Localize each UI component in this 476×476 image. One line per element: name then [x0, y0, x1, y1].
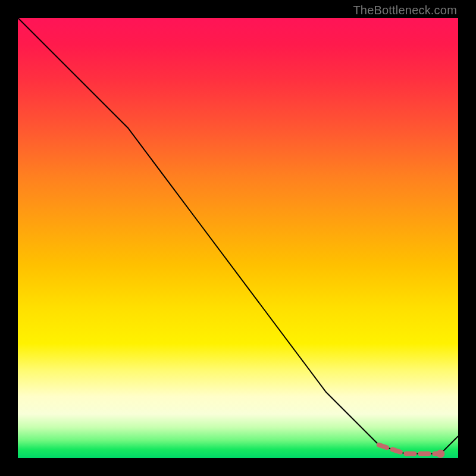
bottleneck-line-chart: [18, 18, 458, 458]
curve-highlight: [379, 445, 441, 454]
curve-endpoint-marker: [436, 450, 444, 458]
watermark-text: TheBottleneck.com: [353, 4, 457, 17]
chart-frame: TheBottleneck.com: [0, 0, 476, 476]
curve-path: [18, 18, 458, 454]
